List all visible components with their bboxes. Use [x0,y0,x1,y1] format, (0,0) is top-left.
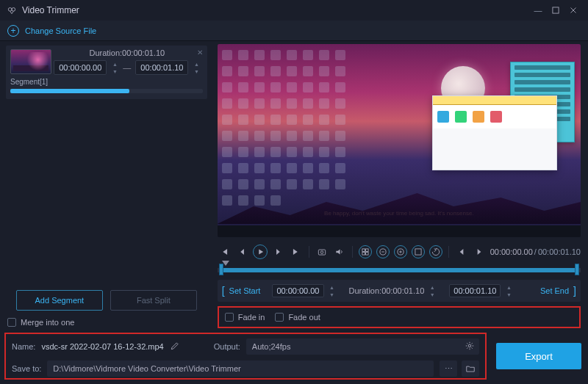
preview-caption: Be happy, don't waste your time being sa… [324,210,473,217]
end-down-icon[interactable]: ▼ [193,68,200,74]
trim-duration-label: Duration:00:00:01.10 [349,286,425,295]
timeline-track[interactable] [218,265,581,274]
segment-thumbnail[interactable] [10,49,51,74]
fade-in-checkbox[interactable] [225,313,234,322]
zoom-out-icon[interactable] [376,245,390,258]
goto-start-icon[interactable] [218,245,231,258]
svg-rect-2 [553,7,559,13]
end-up-icon[interactable]: ▲ [193,61,200,67]
td-up-icon[interactable]: ▲ [429,284,436,290]
trim-start-input[interactable]: 00:00:00.00 [272,284,323,297]
volume-icon[interactable] [333,245,346,258]
add-source-icon[interactable]: + [7,25,19,37]
td-down-icon[interactable]: ▼ [429,291,436,297]
ts-down-icon[interactable]: ▼ [329,291,336,297]
output-label: Output: [214,342,240,351]
start-up-icon[interactable]: ▲ [111,61,118,67]
gear-icon[interactable] [465,341,475,352]
save-path-input[interactable]: D:\Vidmore\Vidmore Video Converter\Video… [47,361,434,377]
fade-section: Fade in Fade out [218,306,581,328]
goto-end-icon[interactable] [290,245,303,258]
time-display: 00:00:00.00/00:00:01.10 [490,247,581,256]
maximize-button[interactable] [547,1,564,19]
trim-end-input[interactable]: 00:00:01.10 [449,284,501,297]
mark-in-icon[interactable] [455,245,468,258]
transport-controls: 00:00:00.00/00:00:01.10 [218,242,581,262]
fit-icon[interactable] [412,245,425,258]
trim-handle-right[interactable] [575,264,579,275]
segment-end-input[interactable]: 00:00:01.10 [135,60,188,75]
source-bar: + Change Source File [0,21,588,41]
browse-button[interactable]: ⋯ [440,361,457,377]
svg-rect-11 [415,249,421,255]
te-down-icon[interactable]: ▼ [505,291,512,297]
bracket-right-icon: ] [573,285,576,297]
output-section: Name: vsdc-sr 2022-02-07 16-12-32.mp4 Ou… [4,333,487,380]
save-to-label: Save to: [12,364,41,373]
title-bar: Video Trimmer — [0,0,588,21]
set-end-link[interactable]: Set End [540,286,569,295]
fast-split-button[interactable]: Fast Split [110,290,197,311]
set-start-link[interactable]: Set Start [229,286,261,295]
undo-icon[interactable] [429,245,442,258]
svg-point-0 [8,8,12,12]
name-value: vsdc-sr 2022-02-07 16-12-32.mp4 [41,342,163,351]
duration-label: Duration:00:00:01.10 [89,48,165,57]
fade-out-checkbox[interactable] [275,313,284,322]
bottom-bar: Name: vsdc-sr 2022-02-07 16-12-32.mp4 Ou… [4,333,584,380]
svg-point-12 [468,344,471,347]
step-forward-icon[interactable] [272,245,285,258]
zoom-in-icon[interactable] [394,245,407,258]
bracket-left-icon: [ [222,285,225,297]
segment-panel: ✕ Duration:00:00:01.10 00:00:00.00 ▲▼ — … [6,46,207,99]
app-logo-icon [6,4,18,16]
svg-rect-7 [362,253,365,256]
preview-area[interactable]: Be happy, don't waste your time being sa… [218,44,581,237]
svg-point-1 [12,8,15,12]
step-back-icon[interactable] [235,245,248,258]
output-format-select[interactable]: Auto;24fps [246,338,479,355]
export-button[interactable]: Export [496,343,581,369]
segment-index-label: Segment[1] [10,78,203,86]
minimize-button[interactable]: — [529,1,547,19]
trim-handle-left[interactable] [219,264,223,275]
merge-checkbox[interactable] [7,318,16,327]
fade-in-label: Fade in [238,313,265,322]
te-up-icon[interactable]: ▲ [505,284,512,290]
svg-rect-6 [365,249,368,252]
segment-progress-bar[interactable] [10,89,203,93]
svg-rect-8 [365,253,368,256]
merge-label: Merge into one [21,318,74,327]
close-button[interactable] [564,1,582,19]
rename-icon[interactable] [170,341,180,352]
svg-rect-3 [318,250,325,255]
grid-icon[interactable] [359,245,372,258]
content-area: ✕ Duration:00:00:01.10 00:00:00.00 ▲▼ — … [0,41,588,333]
play-button[interactable] [253,244,268,259]
snapshot-icon[interactable] [315,245,329,258]
app-title: Video Trimmer [22,5,529,15]
export-area: Export [494,333,584,380]
ts-up-icon[interactable]: ▲ [329,284,336,290]
right-panel: Be happy, don't waste your time being sa… [213,41,588,333]
change-source-link[interactable]: Change Source File [25,26,96,35]
start-down-icon[interactable]: ▼ [111,68,118,74]
svg-point-4 [320,251,323,254]
dash-separator: — [123,63,131,72]
left-panel: ✕ Duration:00:00:01.10 00:00:00.00 ▲▼ — … [0,41,213,333]
mark-out-icon[interactable] [473,245,486,258]
name-label: Name: [12,342,35,351]
svg-rect-5 [362,249,365,252]
fade-out-label: Fade out [288,313,320,322]
trim-controls: [ Set Start 00:00:00.00 ▲▼ Duration:00:0… [218,280,581,302]
add-segment-button[interactable]: Add Segment [16,290,103,311]
segment-close-icon[interactable]: ✕ [197,48,203,57]
segment-start-input[interactable]: 00:00:00.00 [54,60,107,75]
open-folder-icon[interactable] [462,361,479,377]
